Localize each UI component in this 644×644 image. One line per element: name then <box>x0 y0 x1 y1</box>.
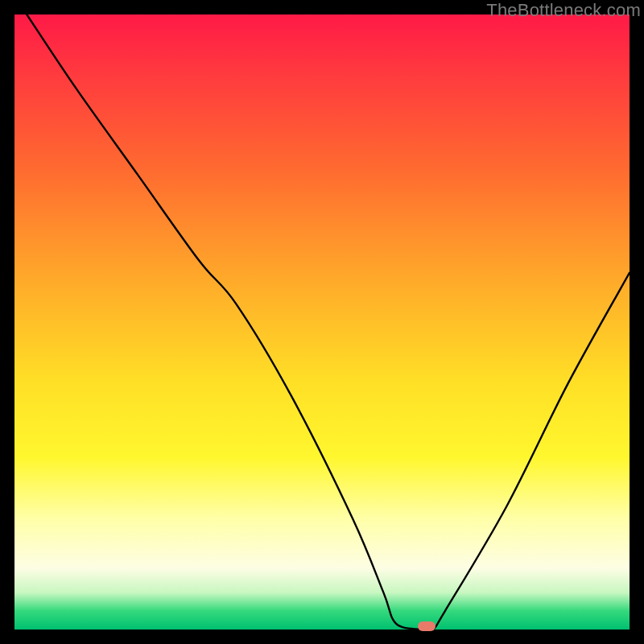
watermark-label: TheBottleneck.com <box>486 0 641 21</box>
chart-plot-area <box>14 14 630 630</box>
optimal-point-marker <box>418 621 436 631</box>
bottleneck-curve <box>14 14 630 630</box>
